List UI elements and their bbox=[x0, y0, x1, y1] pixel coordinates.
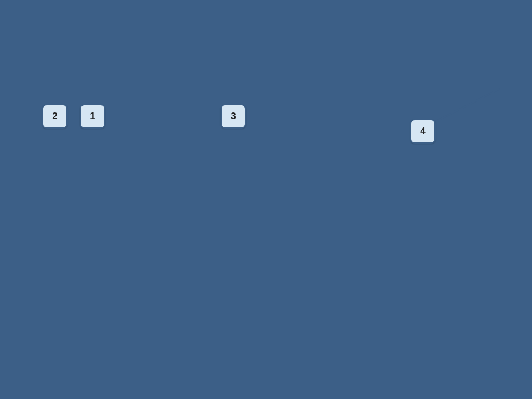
callout-2: 2 bbox=[42, 104, 68, 129]
svg-line-3 bbox=[435, 89, 500, 122]
callout-1: 1 bbox=[80, 104, 105, 129]
callout-4: 4 bbox=[410, 119, 436, 144]
callout-line-4 bbox=[0, 0, 532, 399]
callout-3: 3 bbox=[221, 104, 246, 129]
